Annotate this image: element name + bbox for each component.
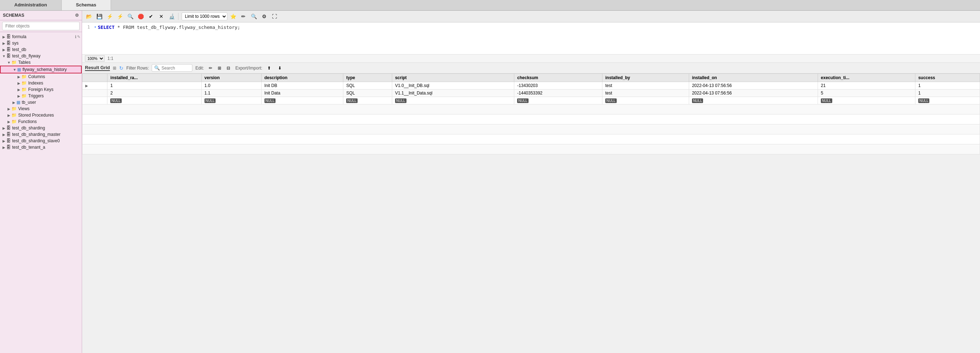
sidebar-item-tables[interactable]: ▼ 📁 Tables — [0, 59, 82, 66]
col-header-type[interactable]: type — [343, 74, 392, 82]
chevron-right-icon: ▶ — [16, 81, 21, 85]
import-icon[interactable]: ⬇ — [276, 65, 284, 72]
sidebar-item-test-db-sharding-master[interactable]: ▶ 🗄 test_db_sharding_master — [0, 131, 82, 138]
sidebar-item-sys[interactable]: ▶ 🗄 sys — [0, 40, 82, 46]
search-input[interactable] — [2, 22, 80, 30]
check-button[interactable]: ✔ — [146, 12, 156, 21]
fullscreen-button[interactable]: ⛶ — [270, 12, 279, 21]
sidebar-item-formula[interactable]: ▶ 🗄 formula ℹ ✎ — [0, 33, 82, 40]
col-header-installed-by[interactable]: installed_by — [602, 74, 689, 82]
cell-description: Init DB — [261, 82, 343, 90]
favorite-button[interactable]: ⭐ — [228, 12, 238, 21]
sidebar-item-indexes[interactable]: ▶ 📁 Indexes — [0, 80, 82, 86]
col-header-success[interactable]: success — [915, 74, 980, 82]
sidebar-item-label: test_db_tenant_a — [12, 145, 45, 150]
col-header-description[interactable]: description — [261, 74, 343, 82]
table-row-empty — [83, 135, 980, 144]
stop-button[interactable]: 🛑 — [136, 12, 145, 21]
top-tab-bar: Administration Schemas — [0, 0, 980, 11]
folder-icon: 📁 — [11, 119, 17, 124]
tab-schemas[interactable]: Schemas — [62, 0, 111, 10]
sidebar-item-stored-procedures[interactable]: ▶ 📁 Stored Procedures — [0, 112, 82, 119]
edit-icon[interactable]: ✎ — [77, 35, 80, 39]
folder-icon: 📁 — [21, 74, 27, 79]
save-button[interactable]: 💾 — [95, 12, 104, 21]
edit-columns-icon[interactable]: ⊟ — [224, 65, 232, 72]
col-header-execution-time[interactable]: execution_ti... — [818, 74, 915, 82]
tab-result-grid[interactable]: Result Grid — [85, 65, 110, 71]
schema-inspect-button[interactable]: 🔬 — [167, 12, 176, 21]
folder-icon: 📁 — [21, 87, 27, 92]
limit-select[interactable]: Limit to 10 rows Limit to 100 rows Limit… — [181, 13, 228, 20]
table-row[interactable]: NULL NULL NULL NULL NULL NULL NULL NULL … — [83, 97, 980, 104]
sidebar-item-test-db[interactable]: ▶ 🗄 test_db — [0, 46, 82, 53]
cell-success: 1 — [915, 90, 980, 97]
sidebar-item-columns[interactable]: ▶ 📁 Columns — [0, 73, 82, 80]
cell-checksum: -13430203 — [514, 82, 602, 90]
export-import-label: Export/Import: — [235, 66, 262, 71]
zoom-control: 100% — [85, 55, 105, 62]
sidebar-item-test-db-sharding[interactable]: ▶ 🗄 test_db_sharding — [0, 125, 82, 131]
sidebar-item-test-db-flyway[interactable]: ▼ 🗄 test_db_flyway — [0, 53, 82, 59]
null-badge: NULL — [395, 98, 406, 103]
sidebar-item-foreign-keys[interactable]: ▶ 📁 Foreign Keys — [0, 86, 82, 93]
db-icon: 🗄 — [6, 125, 11, 130]
null-badge: NULL — [205, 98, 216, 103]
row-arrow-cell — [83, 90, 107, 97]
chevron-right-icon: ▶ — [2, 126, 6, 130]
info-icon[interactable]: ℹ — [75, 35, 76, 39]
format-button[interactable]: ✏ — [239, 12, 248, 21]
execute-button[interactable]: ⚡ — [105, 12, 114, 21]
cell-installed-by: test — [602, 82, 689, 90]
chevron-right-icon: ▶ — [2, 48, 6, 52]
db-icon: 🗄 — [6, 41, 11, 46]
db-icon: 🗄 — [6, 54, 11, 59]
execute-selection-button[interactable]: ⚡ — [115, 12, 124, 21]
sidebar-header-icons: ⚙ — [75, 13, 79, 18]
editor-bottom-bar: 100% 1:1 — [82, 55, 980, 63]
open-file-button[interactable]: 📂 — [84, 12, 94, 21]
sidebar-configure-icon[interactable]: ⚙ — [75, 13, 79, 18]
chevron-right-icon: ▶ — [2, 146, 6, 149]
cell-installed-rank: 2 — [107, 90, 202, 97]
sidebar-item-label: sys — [12, 41, 19, 46]
sidebar-item-triggers[interactable]: ▶ 📁 Triggers — [0, 93, 82, 99]
col-header-installed-on[interactable]: installed_on — [689, 74, 818, 82]
col-header-script[interactable]: script — [392, 74, 514, 82]
edit-pencil-icon[interactable]: ✏ — [207, 65, 215, 72]
table-row[interactable]: ▶ 1 1.0 Init DB SQL V1.0__Init_DB.sql -1… — [83, 82, 980, 90]
edit-grid-icon[interactable]: ⊞ — [216, 65, 223, 72]
table-row[interactable]: 2 1.1 Init Data SQL V1.1__Init_Data.sql … — [83, 90, 980, 97]
sidebar-item-test-db-sharding-slave0[interactable]: ▶ 🗄 test_db_sharding_slave0 — [0, 138, 82, 144]
settings-button[interactable]: ⚙ — [259, 12, 269, 21]
col-header-checksum[interactable]: checksum — [514, 74, 602, 82]
sidebar-item-tb-user[interactable]: ▶ ▦ tb_user — [0, 99, 82, 106]
find-button[interactable]: 🔍 — [249, 12, 258, 21]
sql-line-1: 1 ● SELECT * FROM test_db_flyway.flyway_… — [82, 24, 980, 31]
result-toolbar: Result Grid ⊞ ↻ Filter Rows: 🔍 Edit: ✏ ⊞… — [82, 63, 980, 73]
filter-search-input[interactable] — [161, 66, 190, 71]
tab-administration[interactable]: Administration — [0, 0, 62, 10]
folder-icon: 📁 — [11, 60, 17, 65]
sidebar-item-functions[interactable]: ▶ 📁 Functions — [0, 119, 82, 125]
cell-installed-rank: 1 — [107, 82, 202, 90]
cell-version: 1.1 — [201, 90, 261, 97]
cell-type: SQL — [343, 82, 392, 90]
sidebar-item-test-db-tenant-a[interactable]: ▶ 🗄 test_db_tenant_a — [0, 144, 82, 150]
sidebar-item-label: test_db_sharding_slave0 — [12, 138, 60, 143]
explain-button[interactable]: 🔍 — [126, 12, 135, 21]
col-header-version[interactable]: version — [201, 74, 261, 82]
db-icon: 🗄 — [6, 132, 11, 137]
clear-button[interactable]: ✕ — [157, 12, 166, 21]
sql-code[interactable]: SELECT * FROM test_db_flyway.flyway_sche… — [98, 25, 240, 30]
sql-keyword-select: SELECT — [98, 25, 115, 30]
refresh-icon[interactable]: ↻ — [119, 65, 124, 71]
db-icon: 🗄 — [6, 47, 11, 52]
export-icon[interactable]: ⬆ — [265, 65, 273, 72]
sidebar-tree: ▶ 🗄 formula ℹ ✎ ▶ 🗄 sys ▶ 🗄 test_ — [0, 32, 82, 353]
sql-text: * FROM test_db_flyway.flyway_schema_hist… — [118, 25, 240, 30]
sidebar-item-views[interactable]: ▶ 📁 Views — [0, 106, 82, 112]
col-header-installed-rank[interactable]: installed_ra... — [107, 74, 202, 82]
sidebar-item-flyway-schema-history[interactable]: ▼ ▦ flyway_schema_history — [0, 66, 82, 73]
zoom-select[interactable]: 100% — [85, 55, 105, 62]
